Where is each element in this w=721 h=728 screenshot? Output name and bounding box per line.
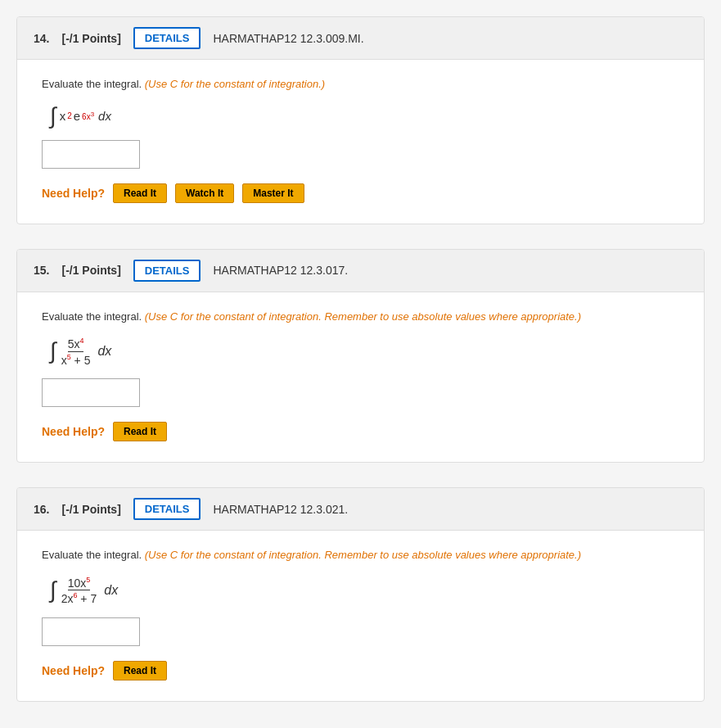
integral-sign-16: ∫	[50, 579, 56, 602]
problem-16-need-help-label: Need Help?	[42, 664, 105, 677]
problem-14-number: 14.	[34, 32, 49, 45]
problem-14-details-btn[interactable]: DETAILS	[133, 27, 201, 49]
problem-15-number: 15.	[34, 264, 49, 277]
problem-14-instruction: Evaluate the integral. (Use C for the co…	[42, 76, 679, 93]
problem-15-math: ∫ 5x4 x5 + 5 dx	[50, 337, 679, 366]
math-expr-14: x2e6x3 dx	[60, 109, 111, 123]
problem-14: 14. [-/1 Points] DETAILS HARMATHAP12 12.…	[16, 16, 705, 224]
problem-16-points: [-/1 Points]	[61, 503, 120, 516]
integral-sign-14: ∫	[50, 105, 56, 128]
problem-15-details-btn[interactable]: DETAILS	[133, 260, 201, 282]
fraction-16: 10x5 2x6 + 7	[61, 576, 97, 605]
problem-15-code: HARMATHAP12 12.3.017.	[213, 264, 348, 277]
problem-15-answer-input[interactable]	[42, 378, 140, 407]
problem-16-instruction: Evaluate the integral. (Use C for the co…	[42, 547, 679, 563]
problem-14-master-it-btn[interactable]: Master It	[242, 183, 304, 203]
problem-16-number: 16.	[34, 503, 49, 516]
problem-14-answer-input[interactable]	[42, 140, 140, 169]
problem-16-details-btn[interactable]: DETAILS	[133, 498, 201, 520]
problem-16-answer-input[interactable]	[42, 617, 140, 646]
problem-15-instruction: Evaluate the integral. (Use C for the co…	[42, 309, 679, 325]
problem-14-body: Evaluate the integral. (Use C for the co…	[17, 60, 704, 224]
integral-sign-15: ∫	[50, 340, 56, 363]
problem-15-points: [-/1 Points]	[61, 264, 120, 277]
problem-16-body: Evaluate the integral. (Use C for the co…	[17, 531, 704, 701]
problem-14-read-it-btn[interactable]: Read It	[113, 183, 167, 203]
problem-14-need-help-label: Need Help?	[42, 187, 105, 200]
problem-15-need-help-label: Need Help?	[42, 425, 105, 438]
problem-16-code: HARMATHAP12 12.3.021.	[213, 503, 348, 516]
problem-16: 16. [-/1 Points] DETAILS HARMATHAP12 12.…	[16, 487, 705, 702]
problem-14-math: ∫ x2e6x3 dx	[50, 105, 679, 128]
problem-14-header: 14. [-/1 Points] DETAILS HARMATHAP12 12.…	[17, 17, 704, 60]
problem-14-watch-it-btn[interactable]: Watch It	[175, 183, 234, 203]
problem-15-body: Evaluate the integral. (Use C for the co…	[17, 292, 704, 463]
problem-16-help-row: Need Help? Read It	[42, 661, 679, 681]
problem-15-header: 15. [-/1 Points] DETAILS HARMATHAP12 12.…	[17, 250, 704, 292]
problem-15: 15. [-/1 Points] DETAILS HARMATHAP12 12.…	[16, 249, 705, 463]
problem-14-help-row: Need Help? Read It Watch It Master It	[42, 183, 679, 203]
problem-16-read-it-btn[interactable]: Read It	[113, 661, 167, 681]
problem-14-code: HARMATHAP12 12.3.009.MI.	[213, 32, 363, 45]
fraction-15: 5x4 x5 + 5	[61, 337, 91, 366]
problem-16-header: 16. [-/1 Points] DETAILS HARMATHAP12 12.…	[17, 488, 704, 531]
problem-15-help-row: Need Help? Read It	[42, 422, 679, 441]
problem-16-math: ∫ 10x5 2x6 + 7 dx	[50, 576, 679, 605]
problem-14-points: [-/1 Points]	[61, 32, 120, 45]
problem-15-read-it-btn[interactable]: Read It	[113, 422, 167, 441]
